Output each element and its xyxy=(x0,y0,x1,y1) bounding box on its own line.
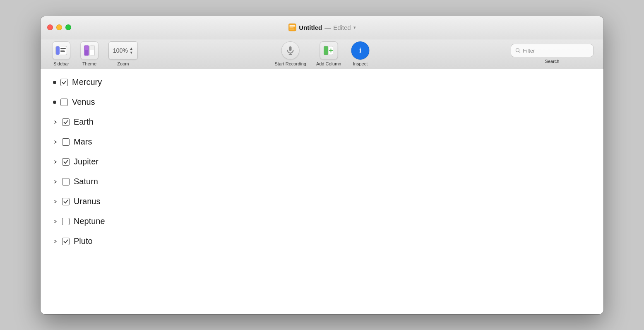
svg-rect-4 xyxy=(289,29,294,30)
checkbox-mars[interactable] xyxy=(62,138,70,146)
search-input[interactable] xyxy=(523,48,589,54)
item-label-neptune: Neptune xyxy=(74,217,105,226)
svg-rect-8 xyxy=(60,50,65,51)
titlebar-center: Untitled — Edited ▾ xyxy=(288,23,356,31)
item-label-uranus: Uranus xyxy=(74,197,100,206)
sidebar-button[interactable]: Sidebar xyxy=(47,40,75,68)
svg-line-24 xyxy=(519,51,520,53)
item-label-saturn: Saturn xyxy=(74,177,98,186)
list-item-neptune[interactable]: Neptune xyxy=(41,212,603,231)
zoom-value: 100% xyxy=(113,47,128,54)
title-edited: Edited xyxy=(333,24,351,31)
minimize-button[interactable] xyxy=(56,24,62,30)
item-label-mars: Mars xyxy=(74,137,92,147)
app-window: Untitled — Edited ▾ Sidebar xyxy=(41,16,603,314)
microphone-icon xyxy=(286,46,296,55)
checkbox-earth[interactable] xyxy=(62,118,70,126)
chevron-icon-pluto[interactable] xyxy=(53,239,58,244)
search-icon xyxy=(515,48,521,53)
svg-rect-2 xyxy=(289,26,295,27)
add-column-button[interactable]: Add Column xyxy=(311,40,346,68)
theme-button[interactable]: Theme xyxy=(75,40,103,68)
item-label-venus: Venus xyxy=(72,97,95,107)
toolbar-center-group: Start Recording Add Column xyxy=(270,40,375,68)
list-item-uranus[interactable]: Uranus xyxy=(41,192,603,212)
start-recording-label: Start Recording xyxy=(275,61,306,66)
bullet-venus xyxy=(53,101,56,104)
toolbar: Sidebar Theme 100% ▲ ▼ xyxy=(41,39,603,69)
app-icon xyxy=(288,23,296,31)
start-recording-button[interactable]: Start Recording xyxy=(270,40,311,68)
inspect-btn-icon: i xyxy=(351,41,369,60)
chevron-icon-saturn[interactable] xyxy=(53,179,58,184)
list-item-mars[interactable]: Mars xyxy=(41,132,603,152)
search-container: Search xyxy=(507,42,597,65)
sidebar-btn-icon xyxy=(52,41,70,60)
item-label-earth: Earth xyxy=(74,117,94,127)
list-item-saturn[interactable]: Saturn xyxy=(41,172,603,192)
add-column-icon xyxy=(323,45,334,56)
microphone-btn-icon xyxy=(281,41,300,60)
content-area: MercuryVenusEarthMarsJupiterSaturnUranus… xyxy=(41,69,603,314)
chevron-icon-jupiter[interactable] xyxy=(53,159,58,164)
checkbox-neptune[interactable] xyxy=(62,218,70,225)
item-label-mercury: Mercury xyxy=(72,77,102,87)
svg-rect-1 xyxy=(289,25,295,26)
list-item-jupiter[interactable]: Jupiter xyxy=(41,152,603,172)
svg-rect-12 xyxy=(85,46,88,50)
traffic-lights xyxy=(47,24,71,30)
sidebar-label: Sidebar xyxy=(53,61,69,66)
svg-rect-13 xyxy=(90,46,94,50)
checkbox-uranus[interactable] xyxy=(62,198,70,205)
add-column-label: Add Column xyxy=(316,61,341,66)
svg-rect-3 xyxy=(289,28,293,29)
theme-btn-icon xyxy=(80,41,99,60)
checkbox-mercury[interactable] xyxy=(60,79,68,86)
list-item-mercury[interactable]: Mercury xyxy=(41,72,603,92)
chevron-icon-neptune[interactable] xyxy=(53,219,58,224)
item-label-pluto: Pluto xyxy=(74,236,93,246)
theme-label: Theme xyxy=(82,61,96,66)
checkbox-jupiter[interactable] xyxy=(62,158,70,166)
svg-rect-14 xyxy=(289,46,292,51)
svg-rect-7 xyxy=(60,48,66,49)
zoom-label: Zoom xyxy=(117,61,129,66)
chevron-icon-mars[interactable] xyxy=(53,140,58,145)
svg-rect-0 xyxy=(288,24,296,31)
inspect-icon: i xyxy=(355,45,365,56)
maximize-button[interactable] xyxy=(65,24,71,30)
zoom-control[interactable]: 100% ▲ ▼ Zoom xyxy=(103,40,143,68)
svg-rect-6 xyxy=(56,46,60,55)
titlebar: Untitled — Edited ▾ xyxy=(41,16,603,39)
chevron-icon-uranus[interactable] xyxy=(53,199,58,204)
zoom-btn[interactable]: 100% ▲ ▼ xyxy=(108,41,138,60)
sidebar-icon xyxy=(55,46,67,55)
document-title: Untitled xyxy=(299,24,322,31)
svg-rect-9 xyxy=(60,51,65,52)
title-separator: — xyxy=(324,24,331,31)
list-item-pluto[interactable]: Pluto xyxy=(41,231,603,251)
add-column-btn-icon xyxy=(320,41,338,60)
list-item-venus[interactable]: Venus xyxy=(41,92,603,112)
bullet-mercury xyxy=(53,81,56,84)
list-item-earth[interactable]: Earth xyxy=(41,112,603,132)
title-chevron-icon[interactable]: ▾ xyxy=(353,25,356,30)
checkbox-pluto[interactable] xyxy=(62,238,70,245)
search-label: Search xyxy=(545,59,560,64)
checkbox-saturn[interactable] xyxy=(62,178,70,185)
search-input-wrap[interactable] xyxy=(511,44,594,57)
svg-text:i: i xyxy=(359,47,361,54)
theme-icon xyxy=(84,45,95,56)
svg-rect-17 xyxy=(324,46,328,55)
checkbox-venus[interactable] xyxy=(60,99,68,106)
item-label-jupiter: Jupiter xyxy=(74,157,99,166)
inspect-label: Inspect xyxy=(353,61,368,66)
chevron-icon-earth[interactable] xyxy=(53,120,58,125)
inspect-button[interactable]: i Inspect xyxy=(346,40,374,68)
close-button[interactable] xyxy=(47,24,53,30)
zoom-arrows: ▲ ▼ xyxy=(130,47,133,55)
